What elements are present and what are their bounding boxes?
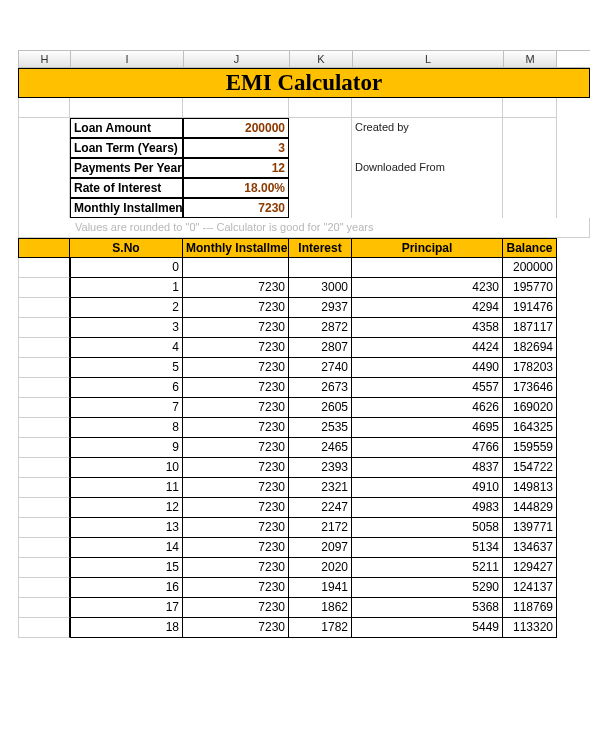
table-row[interactable]: 2723029374294191476 <box>18 298 590 318</box>
roi-value[interactable]: 18.00% <box>183 178 289 198</box>
cell-interest[interactable]: 2673 <box>289 378 352 398</box>
cell-principal[interactable]: 4695 <box>352 418 503 438</box>
cell-balance[interactable]: 144829 <box>503 498 557 518</box>
cell-installment[interactable]: 7230 <box>183 498 289 518</box>
cell-installment[interactable]: 7230 <box>183 538 289 558</box>
cell-interest[interactable]: 2247 <box>289 498 352 518</box>
table-row[interactable]: 0200000 <box>18 258 590 278</box>
cell-installment[interactable]: 7230 <box>183 578 289 598</box>
cell-sno[interactable]: 7 <box>70 398 183 418</box>
cell-sno[interactable]: 12 <box>70 498 183 518</box>
table-row[interactable]: 7723026054626169020 <box>18 398 590 418</box>
cell-installment[interactable]: 7230 <box>183 338 289 358</box>
blank-cell[interactable] <box>18 458 70 478</box>
col-header-J[interactable]: J <box>183 51 289 67</box>
loan-term-value[interactable]: 3 <box>183 138 289 158</box>
cell-installment[interactable]: 7230 <box>183 438 289 458</box>
cell-interest[interactable]: 2807 <box>289 338 352 358</box>
cell-principal[interactable]: 5290 <box>352 578 503 598</box>
table-row[interactable]: 13723021725058139771 <box>18 518 590 538</box>
cell-sno[interactable]: 6 <box>70 378 183 398</box>
cell-sno[interactable]: 11 <box>70 478 183 498</box>
cell-balance[interactable]: 113320 <box>503 618 557 638</box>
table-row[interactable]: 14723020975134134637 <box>18 538 590 558</box>
blank-cell[interactable] <box>18 558 70 578</box>
table-row[interactable]: 10723023934837154722 <box>18 458 590 478</box>
cell-installment[interactable]: 7230 <box>183 558 289 578</box>
cell-sno[interactable]: 10 <box>70 458 183 478</box>
cell-principal[interactable]: 5134 <box>352 538 503 558</box>
cell-principal[interactable]: 4358 <box>352 318 503 338</box>
loan-amount-value[interactable]: 200000 <box>183 118 289 138</box>
cell-interest[interactable]: 2465 <box>289 438 352 458</box>
table-row[interactable]: 18723017825449113320 <box>18 618 590 638</box>
blank-cell[interactable] <box>18 598 70 618</box>
cell-principal[interactable]: 4557 <box>352 378 503 398</box>
cell-principal[interactable]: 5368 <box>352 598 503 618</box>
table-row[interactable]: 9723024654766159559 <box>18 438 590 458</box>
cell-balance[interactable]: 182694 <box>503 338 557 358</box>
cell-sno[interactable]: 14 <box>70 538 183 558</box>
cell-interest[interactable]: 1862 <box>289 598 352 618</box>
cell-interest[interactable]: 3000 <box>289 278 352 298</box>
cell-principal[interactable] <box>352 258 503 278</box>
blank-cell[interactable] <box>18 618 70 638</box>
cell-sno[interactable]: 0 <box>70 258 183 278</box>
cell-interest[interactable]: 1941 <box>289 578 352 598</box>
cell-sno[interactable]: 3 <box>70 318 183 338</box>
blank-cell[interactable] <box>18 278 70 298</box>
cell-interest[interactable]: 2937 <box>289 298 352 318</box>
cell-balance[interactable]: 191476 <box>503 298 557 318</box>
cell-interest[interactable]: 2535 <box>289 418 352 438</box>
cell-principal[interactable]: 4294 <box>352 298 503 318</box>
blank-cell[interactable] <box>18 338 70 358</box>
cell-balance[interactable]: 149813 <box>503 478 557 498</box>
cell-installment[interactable]: 7230 <box>183 398 289 418</box>
cell-balance[interactable]: 164325 <box>503 418 557 438</box>
cell-installment[interactable]: 7230 <box>183 598 289 618</box>
cell-sno[interactable]: 5 <box>70 358 183 378</box>
cell-installment[interactable]: 7230 <box>183 298 289 318</box>
col-header-L[interactable]: L <box>352 51 503 67</box>
cell-sno[interactable]: 17 <box>70 598 183 618</box>
blank-cell[interactable] <box>18 518 70 538</box>
ppy-value[interactable]: 12 <box>183 158 289 178</box>
cell-balance[interactable]: 178203 <box>503 358 557 378</box>
cell-interest[interactable] <box>289 258 352 278</box>
cell-balance[interactable]: 134637 <box>503 538 557 558</box>
cell-sno[interactable]: 9 <box>70 438 183 458</box>
cell-principal[interactable]: 4766 <box>352 438 503 458</box>
blank-cell[interactable] <box>18 498 70 518</box>
cell-sno[interactable]: 8 <box>70 418 183 438</box>
cell-balance[interactable]: 139771 <box>503 518 557 538</box>
col-header-I[interactable]: I <box>70 51 183 67</box>
cell-installment[interactable] <box>183 258 289 278</box>
cell-installment[interactable]: 7230 <box>183 318 289 338</box>
cell-principal[interactable]: 4424 <box>352 338 503 358</box>
cell-balance[interactable]: 124137 <box>503 578 557 598</box>
cell-installment[interactable]: 7230 <box>183 618 289 638</box>
cell-principal[interactable]: 5058 <box>352 518 503 538</box>
blank-cell[interactable] <box>18 378 70 398</box>
cell-principal[interactable]: 4910 <box>352 478 503 498</box>
cell-interest[interactable]: 2393 <box>289 458 352 478</box>
blank-cell[interactable] <box>18 358 70 378</box>
cell-principal[interactable]: 5449 <box>352 618 503 638</box>
table-row[interactable]: 12723022474983144829 <box>18 498 590 518</box>
cell-principal[interactable]: 4490 <box>352 358 503 378</box>
col-header-M[interactable]: M <box>503 51 557 67</box>
cell-installment[interactable]: 7230 <box>183 518 289 538</box>
cell-installment[interactable]: 7230 <box>183 278 289 298</box>
cell-interest[interactable]: 2321 <box>289 478 352 498</box>
cell-interest[interactable]: 2097 <box>289 538 352 558</box>
cell-balance[interactable]: 154722 <box>503 458 557 478</box>
cell-sno[interactable]: 15 <box>70 558 183 578</box>
table-row[interactable]: 1723030004230195770 <box>18 278 590 298</box>
cell-sno[interactable]: 2 <box>70 298 183 318</box>
cell-principal[interactable]: 4230 <box>352 278 503 298</box>
cell-interest[interactable]: 2172 <box>289 518 352 538</box>
table-row[interactable]: 8723025354695164325 <box>18 418 590 438</box>
table-row[interactable]: 17723018625368118769 <box>18 598 590 618</box>
cell-interest[interactable]: 1782 <box>289 618 352 638</box>
blank-cell[interactable] <box>18 438 70 458</box>
